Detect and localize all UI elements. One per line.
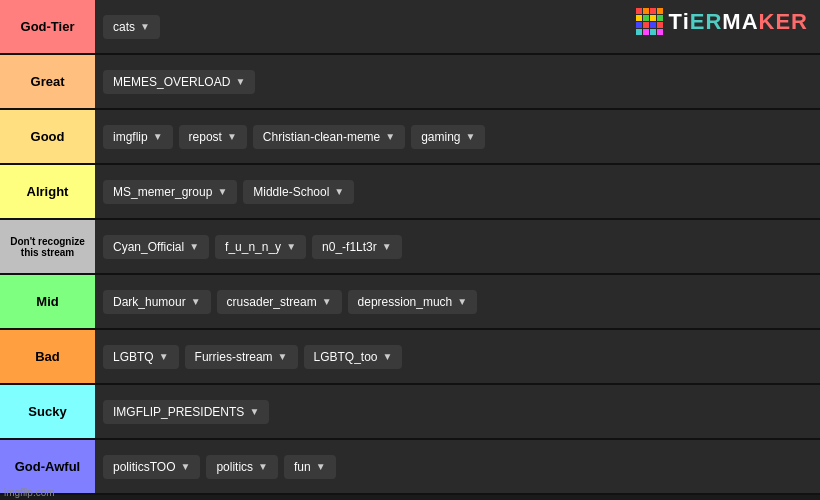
tag-label-god-tier-0: cats	[113, 20, 135, 34]
tag-label-mid-0: Dark_humour	[113, 295, 186, 309]
tier-row-bad: BadLGBTQ▼Furries-stream▼LGBTQ_too▼	[0, 330, 820, 385]
tier-label-god-tier: God-Tier	[0, 0, 95, 53]
tier-row-god-awful: God-AwfulpoliticsTOO▼politics▼fun▼	[0, 440, 820, 495]
logo-text: TiERMAKER	[669, 9, 808, 35]
tag-btn-bad-1[interactable]: Furries-stream▼	[185, 345, 298, 369]
tier-label-great: Great	[0, 55, 95, 108]
tag-label-great-0: MEMES_OVERLOAD	[113, 75, 230, 89]
tag-btn-dont-recognize-0[interactable]: Cyan_Official▼	[103, 235, 209, 259]
tiermaker-logo: TiERMAKER	[636, 8, 808, 35]
tag-label-bad-2: LGBTQ_too	[314, 350, 378, 364]
tag-label-alright-0: MS_memer_group	[113, 185, 212, 199]
imgflip-credit: imgflip.com	[4, 487, 55, 498]
tag-btn-bad-0[interactable]: LGBTQ▼	[103, 345, 179, 369]
tag-btn-great-0[interactable]: MEMES_OVERLOAD▼	[103, 70, 255, 94]
tag-label-sucky-0: IMGFLIP_PRESIDENTS	[113, 405, 244, 419]
dropdown-arrow-icon: ▼	[466, 131, 476, 142]
tier-row-mid: MidDark_humour▼crusader_stream▼depressio…	[0, 275, 820, 330]
tag-label-dont-recognize-2: n0_-f1Lt3r	[322, 240, 377, 254]
dropdown-arrow-icon: ▼	[189, 241, 199, 252]
tag-btn-alright-1[interactable]: Middle-School▼	[243, 180, 354, 204]
dropdown-arrow-icon: ▼	[334, 186, 344, 197]
dropdown-arrow-icon: ▼	[217, 186, 227, 197]
dropdown-arrow-icon: ▼	[322, 296, 332, 307]
dropdown-arrow-icon: ▼	[227, 131, 237, 142]
tag-btn-mid-0[interactable]: Dark_humour▼	[103, 290, 211, 314]
tag-label-good-0: imgflip	[113, 130, 148, 144]
dropdown-arrow-icon: ▼	[140, 21, 150, 32]
tier-content-mid: Dark_humour▼crusader_stream▼depression_m…	[95, 275, 820, 328]
tier-content-bad: LGBTQ▼Furries-stream▼LGBTQ_too▼	[95, 330, 820, 383]
dropdown-arrow-icon: ▼	[235, 76, 245, 87]
tier-row-sucky: SuckyIMGFLIP_PRESIDENTS▼	[0, 385, 820, 440]
tag-label-bad-1: Furries-stream	[195, 350, 273, 364]
tag-label-dont-recognize-0: Cyan_Official	[113, 240, 184, 254]
dropdown-arrow-icon: ▼	[316, 461, 326, 472]
tier-content-alright: MS_memer_group▼Middle-School▼	[95, 165, 820, 218]
tag-label-bad-0: LGBTQ	[113, 350, 154, 364]
tag-label-good-1: repost	[189, 130, 222, 144]
tag-btn-good-0[interactable]: imgflip▼	[103, 125, 173, 149]
tier-label-alright: Alright	[0, 165, 95, 218]
tag-btn-god-awful-1[interactable]: politics▼	[206, 455, 278, 479]
tier-content-great: MEMES_OVERLOAD▼	[95, 55, 820, 108]
dropdown-arrow-icon: ▼	[457, 296, 467, 307]
tag-btn-good-2[interactable]: Christian-clean-meme▼	[253, 125, 405, 149]
dropdown-arrow-icon: ▼	[153, 131, 163, 142]
tag-label-mid-1: crusader_stream	[227, 295, 317, 309]
tag-btn-good-3[interactable]: gaming▼	[411, 125, 485, 149]
tag-btn-bad-2[interactable]: LGBTQ_too▼	[304, 345, 403, 369]
tag-label-mid-2: depression_much	[358, 295, 453, 309]
tier-label-god-awful: God-Awful	[0, 440, 95, 493]
tag-btn-mid-1[interactable]: crusader_stream▼	[217, 290, 342, 314]
tier-row-dont-recognize: Don't recognize this streamCyan_Official…	[0, 220, 820, 275]
dropdown-arrow-icon: ▼	[385, 131, 395, 142]
tag-label-god-awful-1: politics	[216, 460, 253, 474]
dropdown-arrow-icon: ▼	[382, 241, 392, 252]
tier-content-god-awful: politicsTOO▼politics▼fun▼	[95, 440, 820, 493]
tier-content-dont-recognize: Cyan_Official▼f_u_n_n_y▼n0_-f1Lt3r▼	[95, 220, 820, 273]
dropdown-arrow-icon: ▼	[383, 351, 393, 362]
tag-btn-good-1[interactable]: repost▼	[179, 125, 247, 149]
tier-content-sucky: IMGFLIP_PRESIDENTS▼	[95, 385, 820, 438]
tier-label-mid: Mid	[0, 275, 95, 328]
tier-row-good: Goodimgflip▼repost▼Christian-clean-meme▼…	[0, 110, 820, 165]
dropdown-arrow-icon: ▼	[278, 351, 288, 362]
dropdown-arrow-icon: ▼	[258, 461, 268, 472]
tag-btn-god-tier-0[interactable]: cats▼	[103, 15, 160, 39]
dropdown-arrow-icon: ▼	[249, 406, 259, 417]
tag-label-good-3: gaming	[421, 130, 460, 144]
tier-label-good: Good	[0, 110, 95, 163]
tier-label-bad: Bad	[0, 330, 95, 383]
dropdown-arrow-icon: ▼	[191, 296, 201, 307]
tag-label-good-2: Christian-clean-meme	[263, 130, 380, 144]
tier-label-sucky: Sucky	[0, 385, 95, 438]
tier-row-alright: AlrightMS_memer_group▼Middle-School▼	[0, 165, 820, 220]
tier-row-great: GreatMEMES_OVERLOAD▼	[0, 55, 820, 110]
tier-label-dont-recognize: Don't recognize this stream	[0, 220, 95, 273]
tag-btn-dont-recognize-1[interactable]: f_u_n_n_y▼	[215, 235, 306, 259]
dropdown-arrow-icon: ▼	[180, 461, 190, 472]
tag-btn-god-awful-2[interactable]: fun▼	[284, 455, 336, 479]
tag-btn-dont-recognize-2[interactable]: n0_-f1Lt3r▼	[312, 235, 402, 259]
tag-label-god-awful-0: politicsTOO	[113, 460, 175, 474]
tier-content-good: imgflip▼repost▼Christian-clean-meme▼gami…	[95, 110, 820, 163]
tag-btn-sucky-0[interactable]: IMGFLIP_PRESIDENTS▼	[103, 400, 269, 424]
tag-label-alright-1: Middle-School	[253, 185, 329, 199]
tag-label-god-awful-2: fun	[294, 460, 311, 474]
tag-btn-mid-2[interactable]: depression_much▼	[348, 290, 478, 314]
logo-grid-icon	[636, 8, 663, 35]
tag-btn-alright-0[interactable]: MS_memer_group▼	[103, 180, 237, 204]
dropdown-arrow-icon: ▼	[159, 351, 169, 362]
dropdown-arrow-icon: ▼	[286, 241, 296, 252]
tag-label-dont-recognize-1: f_u_n_n_y	[225, 240, 281, 254]
tag-btn-god-awful-0[interactable]: politicsTOO▼	[103, 455, 200, 479]
